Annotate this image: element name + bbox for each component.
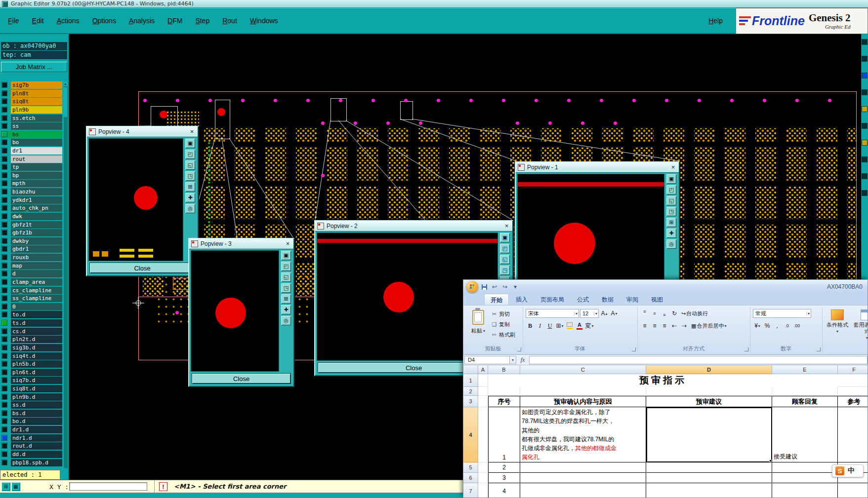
popview-canvas[interactable] [191,250,279,372]
layer-row-ss[interactable]: ss [1,122,62,130]
layer-checkbox[interactable] [1,205,7,211]
cell-D5[interactable] [646,462,772,473]
layer-label[interactable]: ydkdr1 [11,196,62,204]
ribbon-tab-公式[interactable]: 公式 [571,294,595,305]
align-right-icon[interactable]: ≡ [660,321,669,330]
popview-tool-icon[interactable]: ◰ [185,150,195,159]
layer-label[interactable]: rout [11,155,62,163]
cell-A1[interactable] [478,374,488,387]
layer-row-ydkdr1[interactable]: ydkdr1 [1,196,62,204]
layer-label[interactable]: clamp_area [11,278,62,286]
layer-checkbox[interactable] [1,443,7,449]
toolbar-icon[interactable] [862,56,868,62]
ribbon-tab-审阅[interactable]: 审阅 [620,294,644,305]
popview-tool-icon[interactable]: ⊞ [281,294,291,304]
layer-label[interactable]: cs.d [11,328,62,335]
menu-item-file[interactable]: File [8,17,19,25]
layer-row-pln9b.d[interactable]: pln9b.d [1,393,62,401]
col-header-F[interactable]: F [838,365,868,374]
increase-decimal-icon[interactable]: .0 [783,321,791,330]
layer-row-bo[interactable]: bo [1,139,62,146]
font-size-combo[interactable]: 12▾ [580,309,599,318]
layer-row-ts.d[interactable]: ts.d [1,319,62,327]
layer-list-scrollbar[interactable]: ▲ [63,81,68,468]
layer-checkbox[interactable] [1,246,7,252]
row-header-3[interactable]: 3 [463,396,478,407]
layer-checkbox[interactable] [1,336,7,342]
dialog-launcher-icon[interactable] [632,347,636,351]
layer-checkbox[interactable] [1,394,7,400]
cell-D2[interactable] [646,387,772,396]
layer-checkbox[interactable] [1,279,7,285]
popview-tool-icon[interactable]: ◳ [281,283,291,293]
save-icon[interactable] [480,283,488,291]
layer-checkbox[interactable] [1,180,7,186]
cell-C4[interactable]: 如图贵司定义的非金属化孔，除了78.7MIL这类孔的焊盘和孔一样大，其他的都有很… [520,407,646,462]
cell-C6[interactable] [520,473,646,483]
job-matrix-button[interactable]: Job Matrix ... [1,62,67,72]
popview-tool-icon[interactable]: ⊞ [185,182,195,192]
popview-titlebar[interactable]: Popview - 3 × [189,239,293,249]
formula-input[interactable] [529,356,868,364]
toolbar-icon[interactable] [862,39,868,45]
layer-row-tp[interactable]: tp [1,163,62,171]
layer-row-to.d[interactable]: to.d [1,311,62,318]
layer-label[interactable]: mpth [11,180,62,187]
cell-D7[interactable] [646,483,772,498]
ime-indicator[interactable]: S 中 [832,464,864,477]
cell-B3[interactable]: 序号 [488,396,520,407]
layer-checkbox[interactable] [1,254,7,260]
layer-row-auto_chk_pn[interactable]: auto_chk_pn [1,204,62,212]
row-header-2[interactable]: 2 [463,387,478,396]
layer-checkbox[interactable] [1,377,7,383]
undo-icon[interactable]: ↩ [491,283,498,291]
layer-label[interactable]: bs.d [11,410,62,417]
row-header-5[interactable]: 5 [463,462,478,473]
cell-A6[interactable] [478,473,488,483]
layer-checkbox[interactable] [1,115,7,121]
popview-tool-icon[interactable]: ▣ [185,139,195,148]
layer-row-d[interactable]: d [1,270,62,277]
row-header-6[interactable]: 6 [463,473,478,483]
layer-checkbox[interactable] [1,304,7,309]
layer-checkbox[interactable] [1,287,7,293]
layer-label[interactable]: sig3b.d [11,344,62,351]
toolbar-icon[interactable] [862,73,868,78]
percent-icon[interactable]: % [763,321,772,330]
underline-button[interactable]: U [545,321,554,330]
row-header-1[interactable]: 1 [463,374,478,387]
layer-label[interactable]: bp [11,172,62,179]
layer-label[interactable]: bo.d [11,418,62,425]
office-button[interactable] [466,281,478,293]
popview-tool-icon[interactable]: ▣ [281,251,291,260]
layer-checkbox[interactable] [1,90,7,96]
layer-checkbox[interactable] [1,435,7,441]
layer-checkbox[interactable] [1,295,7,301]
window-titlebar[interactable]: Graphic Editor 9.07b2 (00@HY-HYCAM-PC148… [0,0,868,8]
layer-label[interactable]: dr1.d [11,426,62,433]
layer-label[interactable]: gbfz1t [11,221,62,229]
popview-tool-icon[interactable]: ◳ [500,266,510,275]
cell-B2[interactable] [488,387,520,396]
cut-button[interactable]: ✂剪切 [491,310,515,318]
merge-center-button[interactable]: ▦合并后居中▾ [690,321,728,330]
menu-item-analysis[interactable]: Analysis [129,17,155,25]
layer-checkbox[interactable] [1,460,7,465]
cell-F4[interactable] [838,407,868,462]
cell-B7[interactable]: 4 [488,483,520,498]
layer-label[interactable]: pbp18.spb.d [11,459,62,466]
cell-A3[interactable] [478,396,488,407]
layer-label[interactable]: 0 [11,303,62,310]
cell-A2[interactable] [478,387,488,396]
layer-row-ss.d[interactable]: ss.d [1,401,62,409]
popview-tool-icon[interactable]: ◎ [281,316,291,325]
menu-item-dfm[interactable]: DFM [167,17,182,25]
layer-label[interactable]: pln2t.d [11,336,62,343]
cell-A4[interactable] [478,407,488,462]
popview-tool-icon[interactable]: ◱ [185,160,195,170]
layer-label[interactable]: siq8t.d [11,385,62,392]
layer-label[interactable]: biaozhu [11,188,62,195]
layer-row-dd.d[interactable]: dd.d [1,451,62,458]
ribbon-tab-视图[interactable]: 视图 [645,294,669,305]
select-all-corner[interactable] [463,365,478,374]
